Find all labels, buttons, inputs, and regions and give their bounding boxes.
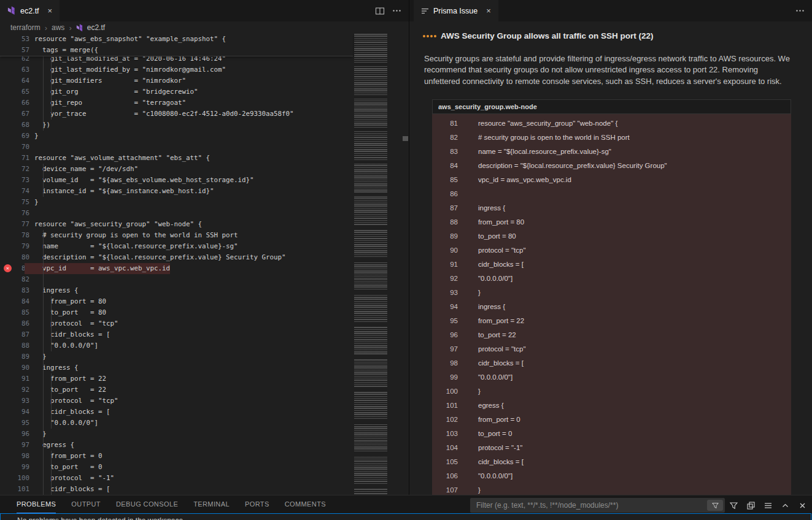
sticky-code-line[interactable]: 53 resource "aws_ebs_snapshot" "example_… xyxy=(0,34,353,45)
code-line[interactable]: ✕ 67 yor_trace = "c1008080-ec2f-4512-a0d… xyxy=(0,109,353,120)
filter-icon[interactable] xyxy=(707,500,723,511)
code-line[interactable]: ✕ 79 name = "${local.resource_prefix.val… xyxy=(0,241,353,252)
panel-tab[interactable]: DEBUG CONSOLE xyxy=(116,495,178,513)
line-number: 83 xyxy=(432,148,458,155)
panel-tab[interactable]: COMMENTS xyxy=(285,495,326,513)
maximize-panel-icon[interactable] xyxy=(781,501,790,510)
code-line[interactable]: ✕ 77 resource "aws_security_group" "web-… xyxy=(0,219,353,230)
panel-tab[interactable]: PORTS xyxy=(245,495,269,513)
code-line[interactable]: ✕ 101 cidr_blocks = [ xyxy=(0,484,353,495)
line-text: to_port = 22 xyxy=(29,384,106,396)
problems-status: No problems have been detected in the wo… xyxy=(0,513,811,520)
code-line[interactable]: ✕ 83 ingress { xyxy=(0,285,353,296)
code-line: 94 ingress { xyxy=(432,299,791,313)
code-line[interactable]: ✕ 72 device_name = "/dev/sdh" xyxy=(0,164,353,175)
indent-guide xyxy=(43,56,44,131)
filter-input[interactable] xyxy=(470,501,707,510)
more-actions-icon[interactable] xyxy=(392,6,401,15)
code-line[interactable]: ✕ 92 to_port = 22 xyxy=(0,384,353,396)
close-icon[interactable]: × xyxy=(48,6,53,15)
line-text: resource "aws_volume_attachment" "ebs_at… xyxy=(29,153,210,164)
code-line[interactable]: ✕ 62 git_last_modified_at = "2020-06-16 … xyxy=(0,56,353,64)
code-line[interactable]: ✕ 100 protocol = "-1" xyxy=(0,473,353,484)
code-line[interactable]: ✕ 63 git_last_modified_by = "nimrodkor@g… xyxy=(0,64,353,75)
breadcrumb-item[interactable]: aws xyxy=(52,23,64,32)
code-editor[interactable]: 53 resource "aws_ebs_snapshot" "example_… xyxy=(0,34,409,495)
code-line[interactable]: ✕ 74 instance_id = "${aws_instance.web_h… xyxy=(0,186,353,197)
code-line[interactable]: ✕ 75 } xyxy=(0,197,353,208)
line-number: 100 xyxy=(432,388,458,395)
tab-prisma-issue[interactable]: Prisma Issue × xyxy=(414,0,498,21)
code-line[interactable]: ✕ 76 xyxy=(0,208,353,219)
line-number: 86 xyxy=(432,190,458,197)
breadcrumb-item[interactable]: terraform xyxy=(10,23,41,32)
code-line[interactable]: ✕ 82 xyxy=(0,274,353,285)
breadcrumb-item-file[interactable]: ec2.tf xyxy=(76,23,105,32)
code-line[interactable]: ✕ 85 to_port = 80 xyxy=(0,307,353,318)
code-lines[interactable]: ✕ 62 git_last_modified_at = "2020-06-16 … xyxy=(0,56,353,495)
panel-tab[interactable]: TERMINAL xyxy=(193,495,230,513)
panel-tab[interactable]: PROBLEMS xyxy=(17,495,56,513)
line-number: 87 xyxy=(432,204,458,212)
code-line[interactable]: ✕ 88 "0.0.0.0/0"] xyxy=(0,340,353,351)
line-number: 64 xyxy=(0,75,29,86)
group-by-icon[interactable] xyxy=(746,501,756,510)
close-icon[interactable]: × xyxy=(486,6,491,15)
code-line[interactable]: ✕ 95 "0.0.0.0/0"] xyxy=(0,418,353,429)
line-number: 99 xyxy=(0,462,29,473)
line-number: 94 xyxy=(0,407,29,418)
line-text: cidr_blocks = [ xyxy=(478,261,524,268)
line-text: git_repo = "terragoat" xyxy=(29,98,186,109)
line-text: volume_id = "${aws_ebs_volume.web_host_s… xyxy=(29,175,254,186)
code-line[interactable]: ✕ 96 } xyxy=(0,429,353,440)
line-number: 85 xyxy=(0,307,29,318)
view-as-list-icon[interactable] xyxy=(764,501,773,510)
code-line[interactable]: ✕ 69 } xyxy=(0,131,353,142)
code-line: 88 from_port = 80 xyxy=(432,215,791,229)
code-line[interactable]: ✕ 97 egress { xyxy=(0,440,353,451)
code-line[interactable]: ✕ 94 cidr_blocks = [ xyxy=(0,407,353,418)
code-line[interactable]: ✕ 84 from_port = 80 xyxy=(0,296,353,307)
code-line[interactable]: ✕ 73 volume_id = "${aws_ebs_volume.web_h… xyxy=(0,175,353,186)
code-line[interactable]: ✕ 80 description = "${local.resource_pre… xyxy=(0,252,353,263)
minimap[interactable] xyxy=(354,34,402,495)
code-line[interactable]: ✕ 93 protocol = "tcp" xyxy=(0,396,353,407)
line-text: from_port = 0 xyxy=(29,451,102,462)
code-line: 86 xyxy=(432,186,791,201)
code-line[interactable]: ✕ 71 resource "aws_volume_attachment" "e… xyxy=(0,153,353,164)
code-line[interactable]: ✕ 99 to_port = 0 xyxy=(0,462,353,473)
code-line[interactable]: ✕ 90 ingress { xyxy=(0,362,353,373)
scrollbar-thumb[interactable] xyxy=(403,136,408,141)
code-line[interactable]: ✕ 87 cidr_blocks = [ xyxy=(0,329,353,340)
line-text: description = "${local.resource_prefix.v… xyxy=(478,162,667,169)
line-text: git_last_modified_by = "nimrodkor@gmail.… xyxy=(29,64,226,75)
line-number: 100 xyxy=(0,473,29,484)
panel-tab[interactable]: OUTPUT xyxy=(71,495,101,513)
code-line[interactable]: ✕ 65 git_org = "bridgecrewio" xyxy=(0,86,353,98)
code-line[interactable]: ✕ 89 } xyxy=(0,351,353,362)
code-line[interactable]: ✕ 68 }) xyxy=(0,120,353,131)
scrollbar[interactable] xyxy=(402,34,409,495)
code-line[interactable]: ✕ 98 from_port = 0 xyxy=(0,451,353,462)
bottom-panel: PROBLEMS OUTPUT DEBUG CONSOLE TERMINAL P… xyxy=(0,495,812,520)
issue-title-row: AWS Security Group allows all traffic on… xyxy=(423,31,654,40)
line-number: 80 xyxy=(0,252,29,263)
line-text: git_org = "bridgecrewio" xyxy=(29,86,198,98)
code-line[interactable]: ✕ 66 git_repo = "terragoat" xyxy=(0,98,353,109)
filter-icon[interactable] xyxy=(729,501,738,510)
code-line[interactable]: ✕ 78 # security group is open to the wor… xyxy=(0,230,353,241)
line-text: egress { xyxy=(478,402,504,409)
code-line[interactable]: ✕ 91 from_port = 22 xyxy=(0,373,353,384)
more-actions-icon[interactable] xyxy=(795,6,805,15)
code-line[interactable]: ✕ 81 vpc_id = aws_vpc.web_vpc.id xyxy=(0,263,353,274)
tab-ec2-tf[interactable]: ec2.tf × xyxy=(0,0,60,21)
split-editor-icon[interactable] xyxy=(375,6,385,16)
code-line[interactable]: ✕ 86 protocol = "tcp" xyxy=(0,318,353,329)
line-text: to_port = 0 xyxy=(29,462,102,473)
sticky-code-line[interactable]: 57 tags = merge({ xyxy=(0,45,353,56)
code-line[interactable]: ✕ 64 git_modifiers = "nimrodkor" xyxy=(0,75,353,86)
close-panel-icon[interactable] xyxy=(798,501,807,510)
line-text xyxy=(29,142,34,153)
terraform-icon xyxy=(76,24,84,32)
code-line[interactable]: ✕ 70 xyxy=(0,142,353,153)
